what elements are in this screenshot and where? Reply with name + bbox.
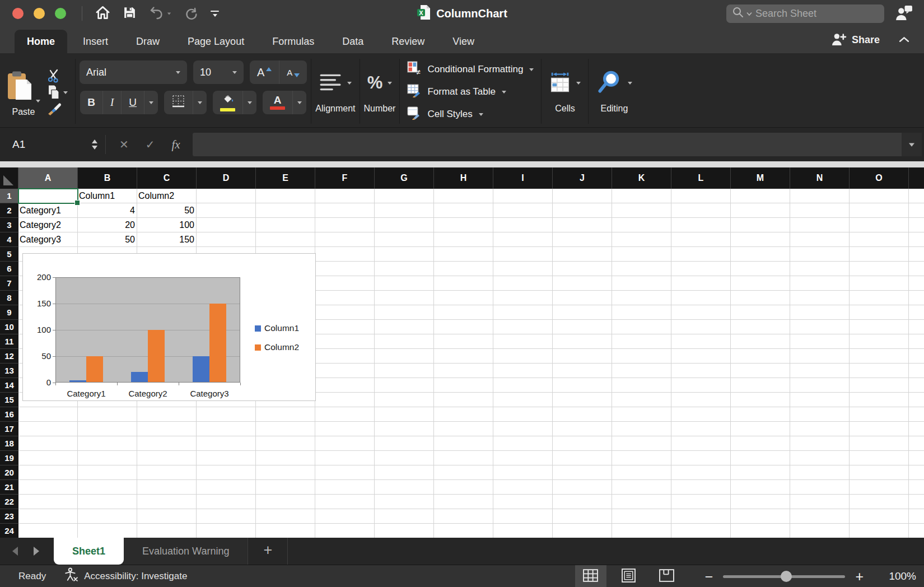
- cell-l16[interactable]: [671, 407, 731, 422]
- font-size-select[interactable]: 10: [193, 60, 244, 84]
- cell-a24[interactable]: [18, 524, 78, 538]
- cell-g7[interactable]: [375, 276, 434, 291]
- cell-j8[interactable]: [553, 291, 612, 305]
- cell-f3[interactable]: [315, 218, 375, 232]
- cell-k18[interactable]: [612, 436, 671, 451]
- cell-j23[interactable]: [553, 509, 612, 524]
- cell-j18[interactable]: [553, 436, 612, 451]
- cell-j10[interactable]: [553, 320, 612, 334]
- cell-i7[interactable]: [493, 276, 553, 291]
- column-header-e[interactable]: E: [256, 167, 315, 189]
- cell-o16[interactable]: [850, 407, 909, 422]
- cell-g22[interactable]: [375, 495, 434, 509]
- cell-j15[interactable]: [553, 393, 612, 407]
- cell-j13[interactable]: [553, 364, 612, 378]
- cell-o19[interactable]: [850, 451, 909, 465]
- cell-i2[interactable]: [493, 203, 553, 218]
- cell-b1[interactable]: Column1: [78, 189, 137, 203]
- maximize-button[interactable]: [55, 8, 66, 19]
- column-header-h[interactable]: H: [434, 167, 493, 189]
- cell-l6[interactable]: [671, 262, 731, 276]
- cell-a19[interactable]: [18, 451, 78, 465]
- cell-j7[interactable]: [553, 276, 612, 291]
- cell-f8[interactable]: [315, 291, 375, 305]
- name-box-spinner[interactable]: [92, 139, 97, 150]
- cell-m20[interactable]: [731, 465, 790, 480]
- cell-d19[interactable]: [197, 451, 256, 465]
- cell-l4[interactable]: [671, 232, 731, 247]
- embedded-chart[interactable]: 050100150200Category1Category2Category3C…: [22, 253, 316, 401]
- cell-m3[interactable]: [731, 218, 790, 232]
- cell-c21[interactable]: [137, 480, 197, 495]
- cell-g15[interactable]: [375, 393, 434, 407]
- cell-i13[interactable]: [493, 364, 553, 378]
- cell-f22[interactable]: [315, 495, 375, 509]
- cell-l17[interactable]: [671, 422, 731, 436]
- formula-bar-expand-button[interactable]: [902, 133, 922, 156]
- cell-k14[interactable]: [612, 378, 671, 393]
- cell-n6[interactable]: [790, 262, 850, 276]
- cell-c19[interactable]: [137, 451, 197, 465]
- enter-button[interactable]: ✓: [146, 138, 155, 151]
- cell-o1[interactable]: [850, 189, 909, 203]
- column-header-l[interactable]: L: [671, 167, 731, 189]
- cell-j9[interactable]: [553, 305, 612, 320]
- cell-n15[interactable]: [790, 393, 850, 407]
- row-header-18[interactable]: 18: [0, 436, 18, 451]
- cell-o15[interactable]: [850, 393, 909, 407]
- cell-e17[interactable]: [256, 422, 315, 436]
- cell-f16[interactable]: [315, 407, 375, 422]
- editing-button[interactable]: [592, 66, 636, 100]
- cell-c17[interactable]: [137, 422, 197, 436]
- cell-b20[interactable]: [78, 465, 137, 480]
- row-header-11[interactable]: 11: [0, 334, 18, 349]
- cell-f14[interactable]: [315, 378, 375, 393]
- cell-b3[interactable]: 20: [78, 218, 137, 232]
- font-color-dropdown-button[interactable]: [293, 91, 306, 114]
- cell-h2[interactable]: [434, 203, 493, 218]
- cell-o17[interactable]: [850, 422, 909, 436]
- cell-g4[interactable]: [375, 232, 434, 247]
- tab-data[interactable]: Data: [330, 30, 376, 53]
- cell-f2[interactable]: [315, 203, 375, 218]
- cell-m21[interactable]: [731, 480, 790, 495]
- cell-h19[interactable]: [434, 451, 493, 465]
- cell-j22[interactable]: [553, 495, 612, 509]
- cell-g8[interactable]: [375, 291, 434, 305]
- cell-g1[interactable]: [375, 189, 434, 203]
- cell-o10[interactable]: [850, 320, 909, 334]
- cell-k9[interactable]: [612, 305, 671, 320]
- cell-o4[interactable]: [850, 232, 909, 247]
- cell-d16[interactable]: [197, 407, 256, 422]
- insert-function-button[interactable]: fx: [172, 138, 180, 152]
- column-header-g[interactable]: G: [375, 167, 434, 189]
- cell-o24[interactable]: [850, 524, 909, 538]
- tab-insert[interactable]: Insert: [71, 30, 120, 53]
- cell-n11[interactable]: [790, 334, 850, 349]
- column-header-c[interactable]: C: [137, 167, 197, 189]
- legend-item-column2[interactable]: Column2: [255, 342, 299, 352]
- cell-f11[interactable]: [315, 334, 375, 349]
- cell-f24[interactable]: [315, 524, 375, 538]
- close-button[interactable]: [12, 8, 24, 19]
- cell-l11[interactable]: [671, 334, 731, 349]
- cell-o14[interactable]: [850, 378, 909, 393]
- cell-m5[interactable]: [731, 247, 790, 262]
- row-header-12[interactable]: 12: [0, 349, 18, 364]
- cell-n20[interactable]: [790, 465, 850, 480]
- row-header-10[interactable]: 10: [0, 320, 18, 334]
- cell-k15[interactable]: [612, 393, 671, 407]
- cell-k5[interactable]: [612, 247, 671, 262]
- cell-h11[interactable]: [434, 334, 493, 349]
- row-header-15[interactable]: 15: [0, 393, 18, 407]
- cell-i10[interactable]: [493, 320, 553, 334]
- cell-l21[interactable]: [671, 480, 731, 495]
- tab-review[interactable]: Review: [379, 30, 437, 53]
- cell-j2[interactable]: [553, 203, 612, 218]
- cell-j16[interactable]: [553, 407, 612, 422]
- cell-l2[interactable]: [671, 203, 731, 218]
- underline-dropdown-button[interactable]: [144, 91, 158, 114]
- cell-i9[interactable]: [493, 305, 553, 320]
- page-break-view-button[interactable]: [651, 565, 683, 587]
- cell-f13[interactable]: [315, 364, 375, 378]
